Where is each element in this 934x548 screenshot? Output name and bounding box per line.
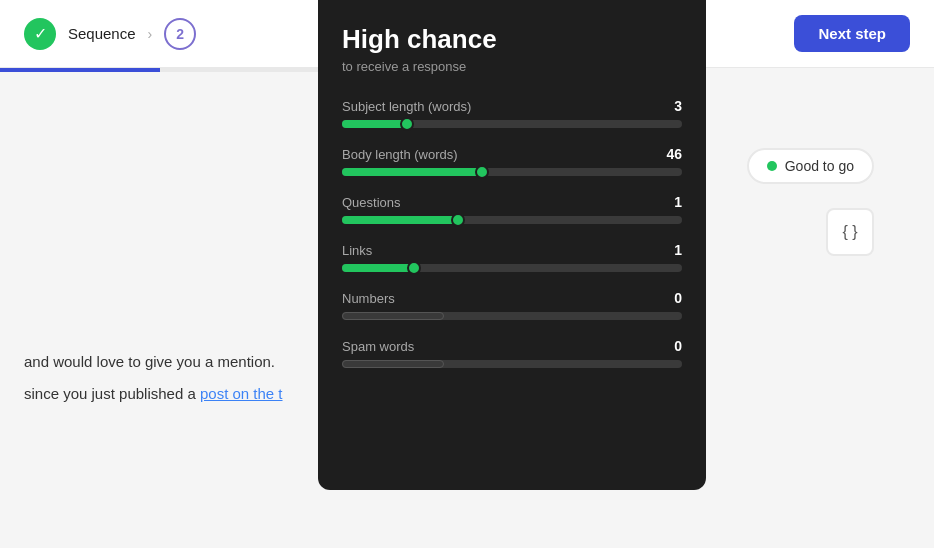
- metric-bar-fill: [342, 120, 410, 128]
- metric-label: Numbers: [342, 291, 395, 306]
- metric-bar-thumb: [400, 117, 414, 131]
- good-to-go-label: Good to go: [785, 158, 854, 174]
- progress-bar-fill: [0, 68, 160, 72]
- metric-row: Numbers0: [342, 290, 682, 320]
- metric-row: Questions1: [342, 194, 682, 224]
- metric-bar-track: [342, 360, 682, 368]
- progress-bar-container: [0, 68, 320, 72]
- step2-circle: 2: [164, 18, 196, 50]
- next-step-button[interactable]: Next step: [794, 15, 910, 52]
- metric-bar-thumb: [475, 165, 489, 179]
- metric-value: 46: [666, 146, 682, 162]
- metric-value: 3: [674, 98, 682, 114]
- metric-bar-thumb: [407, 261, 421, 275]
- metric-bar-track: [342, 264, 682, 272]
- metric-bar-track: [342, 120, 682, 128]
- status-dot-icon: [767, 161, 777, 171]
- metric-value: 1: [674, 194, 682, 210]
- metric-row: Body length (words)46: [342, 146, 682, 176]
- metric-row: Spam words0: [342, 338, 682, 368]
- sequence-label: Sequence: [68, 25, 136, 42]
- good-to-go-badge: Good to go: [747, 148, 874, 184]
- email-link[interactable]: post on the t: [200, 385, 283, 402]
- chevron-right-icon: ›: [148, 26, 153, 42]
- metric-label: Subject length (words): [342, 99, 471, 114]
- braces-button[interactable]: { }: [826, 208, 874, 256]
- metric-row: Links1: [342, 242, 682, 272]
- metric-bar-fill: [342, 216, 461, 224]
- metric-bar-fill: [342, 264, 417, 272]
- breadcrumb: ✓ Sequence › 2: [24, 18, 196, 50]
- metric-bar-track: [342, 216, 682, 224]
- metric-bar-track: [342, 312, 682, 320]
- metric-value: 0: [674, 338, 682, 354]
- metric-bar-thumb: [451, 213, 465, 227]
- step1-check-icon: ✓: [24, 18, 56, 50]
- metric-bar-empty: [342, 312, 444, 320]
- analysis-panel: High chance to receive a response Subjec…: [318, 0, 706, 490]
- metric-value: 1: [674, 242, 682, 258]
- metric-value: 0: [674, 290, 682, 306]
- metric-bar-track: [342, 168, 682, 176]
- metric-bar-fill: [342, 168, 485, 176]
- panel-subtitle: to receive a response: [342, 59, 682, 74]
- panel-title: High chance: [342, 24, 682, 55]
- metrics-container: Subject length (words)3Body length (word…: [342, 98, 682, 368]
- metric-row: Subject length (words)3: [342, 98, 682, 128]
- metric-label: Spam words: [342, 339, 414, 354]
- metric-label: Questions: [342, 195, 401, 210]
- metric-label: Body length (words): [342, 147, 458, 162]
- metric-label: Links: [342, 243, 372, 258]
- metric-bar-empty: [342, 360, 444, 368]
